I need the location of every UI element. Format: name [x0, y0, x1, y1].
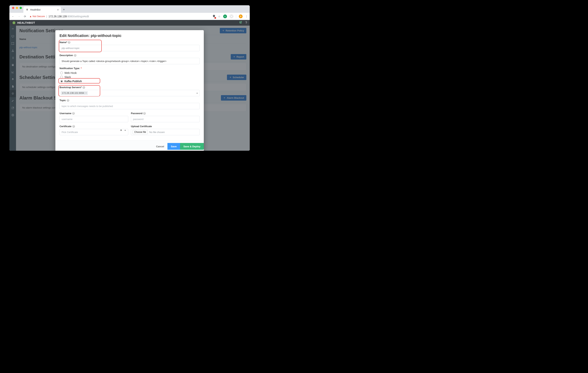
browser-tab[interactable]: HealthBot × — [23, 7, 61, 13]
close-window-icon[interactable] — [12, 7, 14, 9]
clear-icon[interactable]: × — [120, 129, 122, 132]
not-secure-label: Not Secure — [32, 15, 45, 18]
profile-avatar[interactable]: D — [239, 14, 242, 18]
radio-webhook-label: Web Hook — [64, 71, 77, 75]
extension-circle-icon[interactable]: ◯ — [230, 14, 233, 18]
cancel-button[interactable]: Cancel — [153, 143, 168, 150]
separator — [236, 14, 236, 18]
radio-slack[interactable]: Slack — [60, 75, 200, 79]
save-button[interactable]: Save — [168, 143, 180, 150]
address-bar[interactable]: ▲ Not Secure | 172.26.138.139:8080/setti… — [29, 15, 210, 18]
radio-webhook[interactable]: Web Hook — [60, 71, 200, 75]
name-label: Name* — [60, 41, 67, 44]
chevron-down-icon[interactable]: ▾ — [125, 129, 126, 131]
maximize-window-icon[interactable] — [20, 7, 22, 9]
forward-button[interactable]: → — [17, 15, 21, 18]
warning-icon: ▲ — [29, 15, 32, 18]
name-input[interactable] — [60, 45, 200, 51]
browser-menu-icon[interactable]: ⋮ — [245, 15, 248, 18]
save-deploy-button[interactable]: Save & Deploy — [180, 143, 204, 150]
app-brand: HEALTHBOT — [17, 21, 35, 24]
browser-window: HealthBot × + ← → ⟳ ▲ Not Secure | 172.2… — [10, 5, 250, 151]
back-button[interactable]: ← — [11, 15, 15, 18]
radio-kafka[interactable]: Kafka Publish — [60, 79, 200, 83]
password-input[interactable] — [131, 116, 200, 122]
help-icon[interactable]: ? — [72, 112, 75, 115]
svg-point-0 — [13, 21, 15, 24]
radio-kafka-label: Kafka Publish — [64, 80, 82, 83]
help-icon[interactable]: ? — [83, 86, 85, 89]
external-link-icon[interactable] — [239, 21, 242, 25]
help-icon[interactable]: ? — [74, 54, 76, 57]
grammarly-icon[interactable]: G — [223, 14, 227, 18]
help-icon[interactable]: ? — [245, 21, 247, 25]
description-label: Description — [60, 54, 73, 57]
bootstrap-server-tag[interactable]: 172.26.138.101:9094× — [61, 91, 88, 95]
modal-footer: Cancel Save Save & Deploy — [55, 140, 204, 151]
favicon-icon — [26, 8, 29, 11]
not-secure-badge[interactable]: ▲ Not Secure — [29, 15, 45, 18]
modal-title: Edit Notification: ptp-without-topic — [60, 33, 200, 38]
help-icon[interactable]: ? — [72, 125, 75, 128]
help-icon[interactable]: ? — [143, 112, 146, 115]
url-host: 172.26.138.139 — [49, 15, 67, 18]
topic-label: Topic — [60, 99, 66, 102]
help-icon[interactable]: ? — [68, 41, 70, 44]
app-viewport: HEALTHBOT ? Notificat — [10, 20, 250, 151]
minimize-window-icon[interactable] — [16, 7, 18, 9]
app-topbar: HEALTHBOT ? — [10, 20, 250, 26]
window-controls — [11, 7, 23, 11]
certificate-select[interactable] — [60, 129, 128, 135]
upload-cert-label: Upload Certificate — [131, 125, 152, 128]
certificate-label: Certificate — [60, 125, 72, 128]
new-tab-button[interactable]: + — [61, 8, 67, 13]
notification-type-label: Notification Type: — [60, 67, 80, 70]
upload-certificate-input[interactable]: Choose file No file chosen — [131, 129, 200, 135]
chevron-down-icon[interactable]: ▾ — [197, 92, 198, 94]
app-logo-icon — [12, 21, 16, 25]
browser-toolbar: ← → ⟳ ▲ Not Secure | 172.26.138.139:8080… — [10, 13, 250, 20]
tag-label: 172.26.138.101:9094 — [62, 92, 84, 94]
no-file-label: No file chosen — [149, 131, 165, 134]
tab-title: HealthBot — [30, 9, 41, 11]
url-path: :8080/settings#edit — [67, 15, 89, 18]
tab-close-icon[interactable]: × — [57, 8, 59, 11]
help-icon[interactable]: ? — [67, 99, 69, 102]
radio-slack-label: Slack — [64, 75, 71, 79]
toolbar-right: ☆ G ◯ D ⋮ — [212, 14, 248, 18]
bookmark-icon[interactable]: ☆ — [218, 15, 220, 18]
bootstrap-servers-input[interactable]: 172.26.138.101:9094× ▾ — [60, 90, 200, 96]
bootstrap-label: Bootstrap Servers* — [60, 86, 82, 89]
password-label: Password — [131, 112, 142, 115]
extension-icon[interactable] — [212, 14, 215, 18]
tag-remove-icon[interactable]: × — [85, 92, 87, 94]
username-label: Username — [60, 112, 71, 115]
browser-tabbar: HealthBot × + — [10, 5, 250, 13]
choose-file-button[interactable]: Choose file — [133, 130, 148, 134]
username-input[interactable] — [60, 116, 128, 122]
topic-input[interactable] — [60, 103, 200, 109]
reload-button[interactable]: ⟳ — [23, 15, 27, 18]
description-input[interactable] — [60, 58, 200, 64]
edit-notification-modal: Edit Notification: ptp-without-topic Nam… — [55, 30, 204, 151]
